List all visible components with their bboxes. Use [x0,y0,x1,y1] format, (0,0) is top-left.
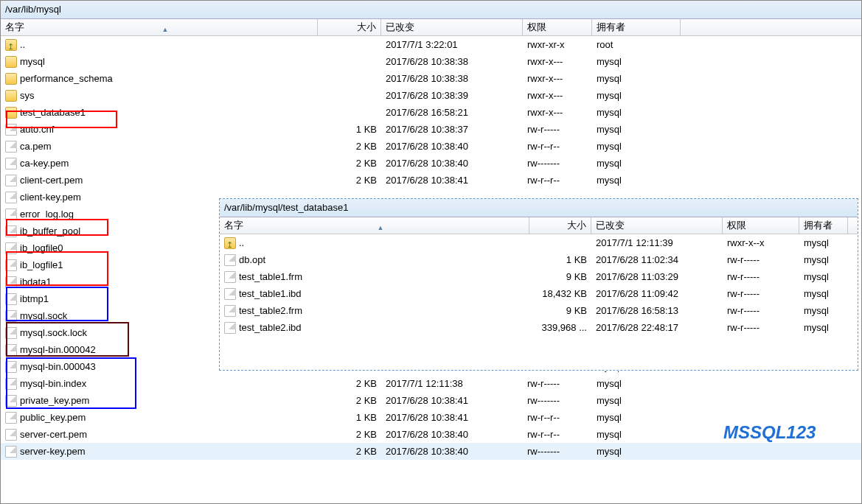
cell-name: performance_schema [1,70,318,87]
cell-name: server-cert.pem [1,426,318,443]
file-icon [5,259,17,271]
cell-perms: rw-r----- [723,251,799,268]
cell-perms: rw-r----- [723,319,799,336]
file-name: ca-key.pem [20,155,69,172]
cell-perms: rw-r----- [723,302,799,319]
file-name: ibtmp1 [20,290,49,307]
file-icon [5,141,17,153]
cell-name: test_database1 [1,104,318,121]
cell-changed: 2017/6/28 11:09:42 [591,285,723,302]
cell-changed: 2017/6/28 10:38:39 [381,87,523,104]
file-name: server-key.pem [20,443,86,460]
cell-size: 1 KB [529,251,591,268]
file-icon [5,124,17,136]
cell-changed: 2017/6/28 10:38:38 [381,70,523,87]
column-header-name[interactable]: 名字▲ [220,217,529,234]
file-row[interactable]: sys2017/6/28 10:38:39rwxr-x---mysql [1,87,861,104]
file-row[interactable]: server-key.pem2 KB2017/6/28 10:38:40rw--… [1,443,861,460]
file-icon [224,288,236,300]
cell-perms: rw------- [523,392,592,409]
cell-owner: mysql [592,375,681,392]
file-row[interactable]: test_database12017/6/28 16:58:21rwxr-x--… [1,104,861,121]
file-row[interactable]: test_table1.ibd18,432 KB2017/6/28 11:09:… [220,285,858,302]
cell-size: 2 KB [318,426,381,443]
file-icon [5,344,17,356]
column-header-size[interactable]: 大小 [318,19,381,35]
cell-size: 1 KB [318,121,381,138]
file-row[interactable]: db.opt1 KB2017/6/28 11:02:34rw-r-----mys… [220,251,858,268]
cell-size: 1 KB [318,409,381,426]
file-icon [5,225,17,237]
file-row[interactable]: ca.pem2 KB2017/6/28 10:38:40rw-r--r--mys… [1,138,861,155]
path-bar[interactable]: /var/lib/mysql [1,1,861,19]
file-name: test_table1.frm [239,268,302,285]
cell-owner: mysql [799,251,848,268]
cell-perms: rwxr-x--- [523,53,592,70]
cell-size: 18,432 KB [529,285,591,302]
file-name: .. [239,234,244,251]
overlay-file-list[interactable]: ..2017/7/1 12:11:39rwxr-x--xmysqldb.opt1… [220,234,858,336]
file-name: server-cert.pem [20,426,87,443]
file-icon [5,446,17,458]
file-name: test_table2.ibd [239,319,302,336]
column-header-changed[interactable]: 已改变 [381,19,523,35]
file-row[interactable]: client-cert.pem2 KB2017/6/28 10:38:41rw-… [1,172,861,189]
cell-owner: mysql [799,302,848,319]
cell-owner: mysql [592,70,681,87]
column-header-changed[interactable]: 已改变 [591,217,723,234]
file-name: mysql.sock [20,307,67,324]
cell-perms: rw------- [523,155,592,172]
column-header-name[interactable]: 名字▲ [1,19,318,35]
file-name: mysql-bin.000042 [20,341,96,358]
cell-owner: mysql [592,53,681,70]
cell-owner: mysql [592,426,681,443]
cell-perms: rw-r--r-- [523,426,592,443]
sort-indicator-icon: ▲ [378,220,384,234]
file-row[interactable]: ..2017/7/1 12:11:39rwxr-x--xmysql [220,234,858,251]
cell-name: server-key.pem [1,443,318,460]
file-row[interactable]: mysql2017/6/28 10:38:38rwxr-x---mysql [1,53,861,70]
file-icon [5,158,17,169]
file-icon [5,276,17,288]
file-row[interactable]: test_table1.frm9 KB2017/6/28 11:03:29rw-… [220,268,858,285]
cell-name: .. [220,234,529,251]
cell-owner: mysql [592,121,681,138]
cell-changed: 2017/6/28 10:38:38 [381,53,523,70]
file-row[interactable]: mysql-bin.index2 KB2017/7/1 12:11:38rw-r… [1,375,861,392]
cell-perms: rw-r----- [723,285,799,302]
column-header-owner[interactable]: 拥有者 [592,19,681,35]
file-name: db.opt [239,251,265,268]
column-header-owner[interactable]: 拥有者 [799,217,848,234]
up-dir-icon [5,39,17,51]
file-row[interactable]: auto.cnf1 KB2017/6/28 10:38:37rw-r-----m… [1,121,861,138]
file-icon [5,310,17,322]
file-name: sys [20,87,35,104]
cell-name: test_table2.frm [220,302,529,319]
file-name: client-cert.pem [20,172,83,189]
cell-owner: mysql [592,138,681,155]
file-row[interactable]: ca-key.pem2 KB2017/6/28 10:38:40rw------… [1,155,861,172]
cell-perms: rw-r--r-- [523,138,592,155]
file-row[interactable]: test_table2.ibd339,968 ...2017/6/28 22:4… [220,319,858,336]
column-header-perms[interactable]: 权限 [523,19,592,35]
file-name: ca.pem [20,138,52,155]
file-row[interactable]: performance_schema2017/6/28 10:38:38rwxr… [1,70,861,87]
column-header-size[interactable]: 大小 [529,217,591,234]
cell-changed: 2017/7/1 12:11:38 [381,375,523,392]
cell-changed: 2017/6/28 10:38:40 [381,138,523,155]
cell-name: private_key.pem [1,392,318,409]
overlay-path-bar[interactable]: /var/lib/mysql/test_database1 [220,199,858,217]
cell-name: mysql-bin.index [1,375,318,392]
file-name: test_table1.ibd [239,285,302,302]
file-icon [5,395,17,407]
file-name: auto.cnf [20,121,54,138]
cell-changed: 2017/6/28 10:38:40 [381,155,523,172]
annotation-arrow [1,460,862,504]
cell-name: test_table2.ibd [220,319,529,336]
file-row[interactable]: private_key.pem2 KB2017/6/28 10:38:41rw-… [1,392,861,409]
file-row[interactable]: test_table2.frm9 KB2017/6/28 16:58:13rw-… [220,302,858,319]
column-header-perms[interactable]: 权限 [723,217,799,234]
cell-name: ca.pem [1,138,318,155]
cell-name: public_key.pem [1,409,318,426]
file-row[interactable]: ..2017/7/1 3:22:01rwxr-xr-xroot [1,36,861,53]
